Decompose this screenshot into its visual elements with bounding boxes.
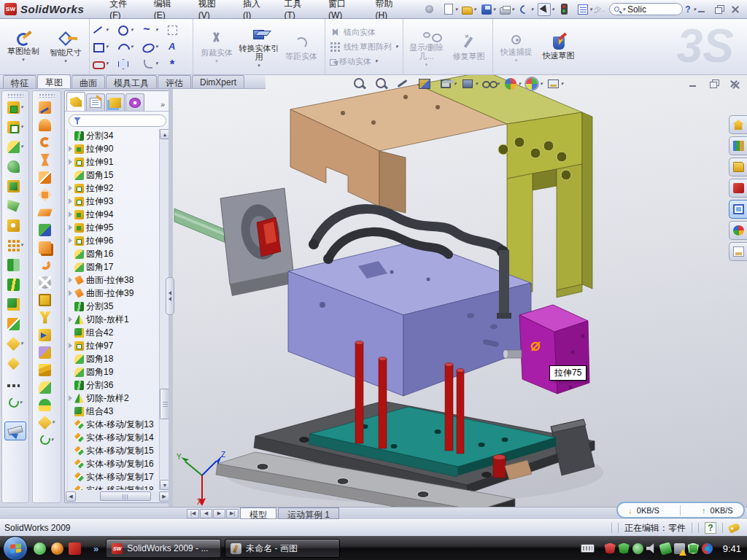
feature-tree-item[interactable]: 拉伸97: [68, 339, 158, 352]
feature-tree-item[interactable]: 实体-移动/复制18: [68, 483, 158, 490]
file-explorer-tab-icon[interactable]: [729, 158, 747, 176]
feature-tree-item[interactable]: 实体-移动/复制17: [68, 470, 158, 483]
helix-icon[interactable]: ▾: [9, 396, 23, 409]
feature-tree-item[interactable]: 组合43: [68, 405, 158, 418]
feature-tree-item[interactable]: 切除-放样1: [68, 313, 158, 326]
view-palette-tab-icon[interactable]: [729, 200, 747, 219]
search-input[interactable]: ▾ Solic: [609, 3, 683, 15]
model-tab[interactable]: 运动算例 1: [278, 508, 339, 519]
zoom-to-area-icon[interactable]: ▾: [374, 77, 392, 91]
command-tab[interactable]: DimXpert: [192, 75, 244, 88]
featuremanager-tab-icon[interactable]: [66, 92, 85, 111]
text-icon[interactable]: ▾: [166, 41, 190, 52]
command-tab[interactable]: 特征: [3, 75, 36, 88]
filled-surface-icon[interactable]: ▾: [39, 188, 55, 201]
revolved-surface-icon[interactable]: ▾: [39, 118, 55, 131]
lofted-cut-icon[interactable]: ▾: [7, 199, 23, 212]
input-method-icon[interactable]: [581, 544, 595, 553]
help-button[interactable]: ?: [683, 4, 692, 15]
restore-button[interactable]: [713, 4, 724, 15]
feature-tree-item[interactable]: 圆角16: [68, 247, 158, 260]
appearances-tab-icon[interactable]: [729, 221, 747, 240]
feature-tree-item[interactable]: 拉伸92: [68, 182, 158, 195]
flex-icon[interactable]: ▾: [39, 346, 55, 359]
toolbar-grip[interactable]: [39, 93, 55, 98]
feature-tree-item[interactable]: 曲面-拉伸38: [68, 273, 158, 287]
undo-icon[interactable]: ▾: [517, 2, 535, 17]
document-restore-button[interactable]: [708, 79, 719, 89]
view-orientation-icon[interactable]: ▾: [438, 77, 457, 91]
messenger-launch-icon[interactable]: [34, 542, 46, 555]
feature-tree-item[interactable]: 分割36: [68, 378, 158, 392]
apply-scene-icon[interactable]: ▾: [525, 77, 543, 91]
expand-arrow-icon[interactable]: [69, 238, 72, 244]
defender-icon[interactable]: [688, 543, 699, 554]
revolved-boss-icon[interactable]: ▾: [7, 179, 23, 192]
minimize-button[interactable]: [696, 4, 708, 15]
replace-face-icon[interactable]: ▾: [39, 293, 55, 306]
feature-tree-item[interactable]: 圆角18: [68, 352, 158, 365]
feature-tree-item[interactable]: 拉伸96: [68, 234, 158, 247]
panel-collapse-handle[interactable]: [166, 277, 174, 315]
freeform-icon[interactable]: ▾: [39, 363, 55, 376]
hide-show-items-icon[interactable]: ▾: [481, 77, 500, 91]
dimxpert-tab-icon[interactable]: [125, 93, 144, 111]
feature-tree-item[interactable]: 实体-移动/复制14: [68, 431, 158, 444]
command-tab[interactable]: 草图: [37, 74, 71, 88]
toolbox-tab-icon[interactable]: [729, 179, 747, 198]
trimmed-surface-icon[interactable]: ▾: [40, 136, 54, 149]
taskbar-button-paint[interactable]: 未命名 - 画图: [225, 539, 340, 558]
configurationmanager-tab-icon[interactable]: [106, 93, 125, 111]
start-button[interactable]: [3, 536, 28, 560]
swept-surface-icon[interactable]: ▾: [39, 101, 55, 114]
volume-icon[interactable]: [646, 543, 657, 554]
extruded-cut-icon[interactable]: ▾: [7, 120, 23, 133]
quick-snaps-button[interactable]: 快速捕捉 ▾: [496, 31, 537, 63]
surface-plane-icon[interactable]: ▾: [39, 416, 55, 429]
section-view-icon[interactable]: ▾: [417, 77, 436, 91]
move-copy-body-icon[interactable]: ▾: [7, 317, 23, 330]
print-icon[interactable]: ▾: [498, 2, 516, 17]
dome-icon[interactable]: ▾: [39, 398, 55, 411]
sync-icon[interactable]: [702, 543, 713, 554]
offset-entities-button[interactable]: 等距实体: [281, 33, 322, 61]
horizontal-scroll-thumb[interactable]: [100, 491, 151, 501]
display-delete-relations-button[interactable]: 显示/删除几... ▾: [406, 26, 447, 68]
rapid-sketch-button[interactable]: 快速草图: [538, 34, 579, 60]
untrim-surface-icon[interactable]: ▾: [39, 311, 55, 324]
slot-icon[interactable]: ▾: [92, 58, 116, 69]
zoom-to-fit-icon[interactable]: ▾: [352, 77, 371, 91]
next-tab-icon[interactable]: ▶: [213, 509, 225, 518]
ellipse-icon[interactable]: ▾: [142, 41, 166, 52]
scroll-left-icon[interactable]: ◀: [66, 491, 76, 502]
display-style-icon[interactable]: ▾: [460, 77, 479, 91]
expand-arrow-icon[interactable]: [69, 316, 72, 322]
smart-dimension-button[interactable]: 智能尺寸 ▾: [45, 29, 86, 64]
wireless-icon[interactable]: [659, 542, 672, 555]
feature-tree-item[interactable]: 拉伸93: [68, 195, 158, 208]
toolbar-grip[interactable]: [7, 93, 23, 98]
task-pane-close-icon[interactable]: [730, 80, 742, 90]
previous-tab-icon[interactable]: ◀: [200, 509, 212, 518]
quicklaunch-more-icon[interactable]: »: [93, 543, 98, 554]
command-tab[interactable]: 模具工具: [106, 75, 157, 88]
rectangle-icon[interactable]: ▾: [92, 41, 116, 52]
pin-icon[interactable]: ▾: [422, 2, 440, 17]
expand-arrow-icon[interactable]: [69, 290, 72, 296]
expand-arrow-icon[interactable]: [69, 277, 72, 283]
open-folder-icon[interactable]: ▾: [460, 2, 478, 17]
security-alert-icon[interactable]: [605, 543, 616, 554]
mirror-entities-button[interactable]: 镜向实体: [328, 26, 377, 39]
axis-icon[interactable]: ▾: [7, 376, 23, 389]
panel-overflow-button[interactable]: »: [157, 100, 169, 111]
3d-model-scene[interactable]: Y Z X: [173, 75, 747, 507]
ruled-surface-icon[interactable]: ▾: [40, 258, 54, 271]
move-face-icon[interactable]: ▾: [39, 328, 55, 341]
new-document-icon[interactable]: ▾: [441, 2, 460, 17]
feature-tree-item[interactable]: 分割35: [68, 300, 158, 313]
graphics-viewport[interactable]: Y Z X ▾ ▾ ▾: [173, 75, 747, 507]
tree-filter-input[interactable]: [69, 114, 166, 127]
arc-icon[interactable]: ▾: [117, 41, 141, 52]
document-minimize-button[interactable]: [687, 79, 699, 89]
polygon-icon[interactable]: ▾: [117, 58, 141, 69]
